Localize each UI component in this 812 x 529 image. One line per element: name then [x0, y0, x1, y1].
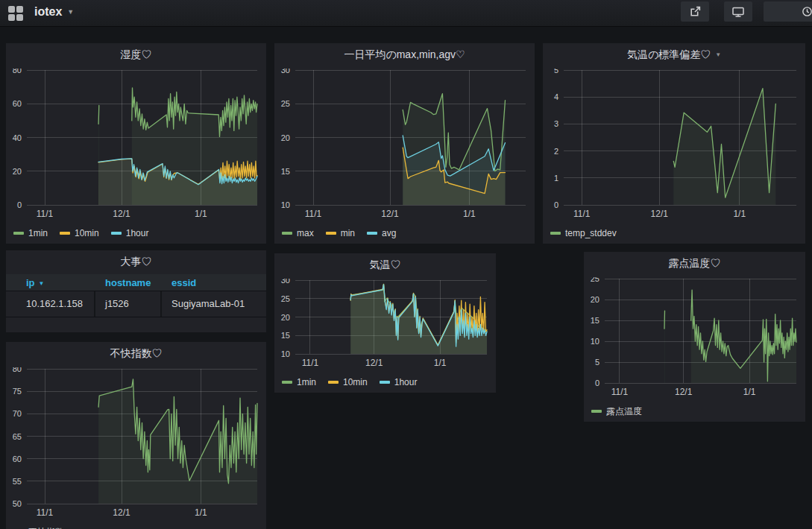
column-header-label: hostname	[105, 277, 151, 288]
svg-text:20: 20	[281, 313, 290, 322]
logo-square	[16, 6, 23, 13]
chart-legend: 露点温度	[591, 405, 642, 417]
svg-text:25: 25	[591, 277, 599, 283]
panel-title[interactable]: 気温♡	[274, 259, 496, 272]
svg-text:15: 15	[281, 167, 290, 176]
svg-text:30: 30	[281, 279, 290, 285]
legend-item-1min[interactable]: 1min	[13, 228, 48, 238]
panel-daily-max-min-avg: 一日平均のmax,min,agv♡ 101520253011/112/11/1 …	[274, 43, 535, 244]
panel-title-text: 気温♡	[370, 259, 401, 270]
panel-menu-caret-icon[interactable]: ▼	[715, 51, 721, 58]
chart-legend: 1min10min1hour	[13, 227, 148, 239]
svg-text:50: 50	[13, 499, 22, 508]
panel-title-text: 露点温度♡	[669, 257, 721, 269]
svg-text:80: 80	[13, 367, 22, 373]
panel-title-text: 不快指数♡	[110, 347, 163, 359]
panel-discomfort-index: 不快指数♡ 5055606570758011/112/11/1 不快指数	[6, 342, 266, 529]
svg-text:5: 5	[595, 358, 599, 367]
share-dashboard-button[interactable]	[681, 1, 709, 22]
table-row: 10.162.1.158 j1526 SugiyamaLab-01	[6, 291, 266, 317]
time-range-picker[interactable]: Last 9	[764, 1, 812, 22]
svg-text:30: 30	[281, 69, 290, 75]
legend-label: 1min	[28, 228, 48, 238]
legend-label: 10min	[343, 377, 368, 387]
panel-title[interactable]: 大事♡	[6, 256, 266, 269]
dashboard-title: iotex	[34, 5, 62, 18]
logo-square	[16, 14, 23, 21]
legend-label: min	[341, 228, 355, 238]
chart-canvas[interactable]: 051015202511/112/11/1	[584, 277, 805, 399]
chart-canvas[interactable]: 101520253011/112/11/1	[274, 279, 496, 370]
panel-table-daiji: 大事♡ ip▼ hostname essid 10.162.1.158 j152…	[6, 250, 266, 332]
panel-title[interactable]: 湿度♡	[6, 48, 266, 62]
svg-text:1/1: 1/1	[733, 209, 746, 219]
svg-text:1/1: 1/1	[195, 507, 207, 518]
legend-item-temp_stddev[interactable]: temp_stddev	[550, 228, 617, 238]
legend-swatch	[367, 232, 377, 235]
legend-item-10min[interactable]: 10min	[328, 377, 368, 387]
panel-title[interactable]: 気温の標準偏差♡▼	[543, 48, 805, 62]
svg-text:80: 80	[13, 69, 22, 75]
svg-text:60: 60	[13, 99, 22, 108]
svg-text:3: 3	[554, 119, 558, 128]
svg-text:12/1: 12/1	[113, 209, 130, 219]
legend-swatch	[111, 232, 122, 235]
svg-text:75: 75	[13, 387, 22, 396]
svg-text:0: 0	[554, 200, 558, 209]
chart-legend: maxminavg	[282, 227, 396, 239]
panel-temperature: 気温♡ 101520253011/112/11/1 1min10min1hour	[274, 253, 496, 393]
legend-label: avg	[382, 228, 396, 238]
cell-divider	[160, 291, 162, 317]
legend-swatch	[550, 232, 561, 235]
chart-canvas[interactable]: 101520253011/112/11/1	[274, 69, 535, 221]
tv-mode-button[interactable]	[724, 1, 752, 22]
chart-canvas[interactable]: 5055606570758011/112/11/1	[6, 367, 266, 520]
legend-label: 1hour	[394, 377, 418, 387]
panel-title[interactable]: 一日平均のmax,min,agv♡	[274, 48, 535, 62]
cell-essid: SugiyamaLab-01	[171, 298, 245, 309]
column-header-label: essid	[171, 277, 196, 288]
legend-item-1hour[interactable]: 1hour	[380, 377, 418, 387]
svg-text:12/1: 12/1	[113, 507, 130, 518]
legend-swatch	[326, 232, 336, 235]
legend-swatch	[282, 381, 292, 384]
panel-title-text: 大事♡	[121, 256, 152, 267]
chart-legend: 不快指数	[13, 526, 64, 529]
top-navbar: iotex▼ Last 9	[0, 0, 812, 27]
legend-swatch	[13, 232, 24, 235]
legend-swatch	[60, 232, 70, 235]
column-header-label: ip	[26, 277, 35, 288]
cell-ip: 10.162.1.158	[26, 298, 83, 309]
legend-item-1hour[interactable]: 1hour	[111, 228, 149, 238]
legend-item-max[interactable]: max	[282, 228, 314, 238]
svg-text:1/1: 1/1	[463, 209, 476, 219]
column-header-ip[interactable]: ip▼	[26, 277, 44, 288]
column-header-hostname[interactable]: hostname	[105, 277, 151, 288]
chart-canvas[interactable]: 02040608011/112/11/1	[6, 69, 266, 221]
legend-item-不快指数[interactable]: 不快指数	[13, 526, 64, 529]
legend-item-avg[interactable]: avg	[367, 228, 396, 238]
panel-title[interactable]: 不快指数♡	[6, 347, 266, 361]
svg-text:12/1: 12/1	[651, 209, 669, 219]
svg-text:1/1: 1/1	[195, 209, 207, 219]
cell-divider	[94, 291, 95, 317]
logo-square	[8, 6, 15, 13]
svg-text:60: 60	[13, 454, 22, 463]
svg-text:12/1: 12/1	[365, 358, 383, 368]
svg-text:11/1: 11/1	[611, 387, 629, 397]
legend-item-10min[interactable]: 10min	[60, 228, 99, 238]
svg-text:70: 70	[13, 409, 22, 418]
legend-label: 1hour	[126, 228, 149, 238]
legend-item-1min[interactable]: 1min	[282, 377, 316, 387]
legend-item-露点温度[interactable]: 露点温度	[591, 405, 642, 418]
svg-text:4: 4	[554, 92, 558, 101]
logo-square	[8, 14, 15, 21]
chart-canvas[interactable]: 01234511/112/11/1	[543, 69, 805, 221]
panel-title[interactable]: 露点温度♡	[584, 257, 805, 270]
legend-item-min[interactable]: min	[326, 228, 355, 238]
table-header-row: ip▼ hostname essid	[6, 274, 266, 291]
svg-text:0: 0	[17, 200, 22, 209]
dashboard-title-dropdown[interactable]: iotex▼	[34, 5, 74, 19]
column-header-essid[interactable]: essid	[171, 277, 196, 288]
grafana-menu-icon[interactable]	[8, 6, 23, 21]
